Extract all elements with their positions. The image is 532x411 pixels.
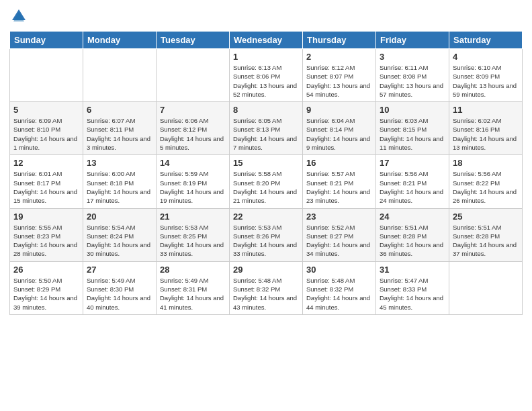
calendar-cell: 4Sunrise: 6:10 AMSunset: 8:09 PMDaylight… [449,49,523,102]
calendar-cell: 31Sunrise: 5:47 AMSunset: 8:33 PMDayligh… [376,261,449,314]
day-number: 21 [160,212,226,222]
calendar-cell: 11Sunrise: 6:02 AMSunset: 8:16 PMDayligh… [449,102,523,155]
day-header-friday: Friday [376,32,449,49]
calendar: SundayMondayTuesdayWednesdayThursdayFrid… [9,31,523,315]
calendar-cell: 25Sunrise: 5:51 AMSunset: 8:28 PMDayligh… [449,208,523,261]
day-info: Sunrise: 6:04 AMSunset: 8:14 PMDaylight:… [306,116,372,152]
day-info: Sunrise: 5:53 AMSunset: 8:26 PMDaylight:… [233,223,299,259]
calendar-cell: 27Sunrise: 5:49 AMSunset: 8:30 PMDayligh… [83,261,157,314]
day-header-sunday: Sunday [10,32,83,49]
day-number: 24 [380,212,445,222]
day-number: 10 [380,105,445,115]
calendar-cell: 30Sunrise: 5:48 AMSunset: 8:32 PMDayligh… [303,261,376,314]
day-info: Sunrise: 6:02 AMSunset: 8:16 PMDaylight:… [453,116,519,152]
day-number: 25 [453,212,519,222]
week-row-5: 26Sunrise: 5:50 AMSunset: 8:29 PMDayligh… [10,261,523,314]
day-info: Sunrise: 6:12 AMSunset: 8:07 PMDaylight:… [306,63,372,99]
days-header-row: SundayMondayTuesdayWednesdayThursdayFrid… [10,32,523,49]
day-info: Sunrise: 5:49 AMSunset: 8:30 PMDaylight:… [87,276,152,312]
calendar-cell: 21Sunrise: 5:53 AMSunset: 8:25 PMDayligh… [157,208,230,261]
day-info: Sunrise: 5:53 AMSunset: 8:25 PMDaylight:… [160,223,226,259]
calendar-cell: 3Sunrise: 6:11 AMSunset: 8:08 PMDaylight… [376,49,449,102]
logo-icon [9,7,28,26]
day-info: Sunrise: 6:00 AMSunset: 8:18 PMDaylight:… [87,169,152,205]
calendar-cell: 22Sunrise: 5:53 AMSunset: 8:26 PMDayligh… [230,208,303,261]
day-header-saturday: Saturday [449,32,523,49]
day-header-wednesday: Wednesday [230,32,303,49]
calendar-cell: 26Sunrise: 5:50 AMSunset: 8:29 PMDayligh… [10,261,83,314]
day-number: 31 [380,265,445,275]
day-info: Sunrise: 6:06 AMSunset: 8:12 PMDaylight:… [160,116,226,152]
day-info: Sunrise: 6:10 AMSunset: 8:09 PMDaylight:… [453,63,519,99]
day-number: 30 [306,265,372,275]
day-header-monday: Monday [83,32,157,49]
week-row-2: 5Sunrise: 6:09 AMSunset: 8:10 PMDaylight… [10,102,523,155]
day-info: Sunrise: 5:54 AMSunset: 8:24 PMDaylight:… [87,223,152,259]
day-info: Sunrise: 6:05 AMSunset: 8:13 PMDaylight:… [233,116,299,152]
day-info: Sunrise: 6:11 AMSunset: 8:08 PMDaylight:… [380,63,445,99]
day-number: 1 [233,52,299,62]
day-number: 5 [13,105,79,115]
calendar-cell: 18Sunrise: 5:56 AMSunset: 8:22 PMDayligh… [449,155,523,208]
day-number: 11 [453,105,519,115]
day-number: 20 [87,212,152,222]
day-number: 17 [380,158,445,168]
week-row-3: 12Sunrise: 6:01 AMSunset: 8:17 PMDayligh… [10,155,523,208]
day-info: Sunrise: 5:48 AMSunset: 8:32 PMDaylight:… [306,276,372,312]
calendar-cell: 20Sunrise: 5:54 AMSunset: 8:24 PMDayligh… [83,208,157,261]
day-info: Sunrise: 5:48 AMSunset: 8:32 PMDaylight:… [233,276,299,312]
day-number: 28 [160,265,226,275]
day-info: Sunrise: 6:03 AMSunset: 8:15 PMDaylight:… [380,116,445,152]
day-info: Sunrise: 6:09 AMSunset: 8:10 PMDaylight:… [13,116,79,152]
day-number: 29 [233,265,299,275]
day-info: Sunrise: 5:49 AMSunset: 8:31 PMDaylight:… [160,276,226,312]
day-number: 3 [380,52,445,62]
calendar-cell: 24Sunrise: 5:51 AMSunset: 8:28 PMDayligh… [376,208,449,261]
day-info: Sunrise: 5:58 AMSunset: 8:20 PMDaylight:… [233,169,299,205]
header [9,7,523,26]
day-info: Sunrise: 5:51 AMSunset: 8:28 PMDaylight:… [453,223,519,259]
calendar-cell: 29Sunrise: 5:48 AMSunset: 8:32 PMDayligh… [230,261,303,314]
calendar-cell: 7Sunrise: 6:06 AMSunset: 8:12 PMDaylight… [157,102,230,155]
calendar-cell [83,49,157,102]
day-number: 6 [87,105,152,115]
day-info: Sunrise: 6:13 AMSunset: 8:06 PMDaylight:… [233,63,299,99]
day-info: Sunrise: 5:50 AMSunset: 8:29 PMDaylight:… [13,276,79,312]
calendar-cell: 15Sunrise: 5:58 AMSunset: 8:20 PMDayligh… [230,155,303,208]
day-number: 2 [306,52,372,62]
calendar-cell: 2Sunrise: 6:12 AMSunset: 8:07 PMDaylight… [303,49,376,102]
day-info: Sunrise: 5:55 AMSunset: 8:23 PMDaylight:… [13,223,79,259]
day-header-thursday: Thursday [303,32,376,49]
day-info: Sunrise: 5:56 AMSunset: 8:21 PMDaylight:… [380,169,445,205]
day-number: 4 [453,52,519,62]
day-number: 15 [233,158,299,168]
calendar-cell [10,49,83,102]
day-number: 7 [160,105,226,115]
day-number: 8 [233,105,299,115]
day-number: 23 [306,212,372,222]
calendar-cell: 17Sunrise: 5:56 AMSunset: 8:21 PMDayligh… [376,155,449,208]
calendar-cell: 13Sunrise: 6:00 AMSunset: 8:18 PMDayligh… [83,155,157,208]
calendar-cell: 6Sunrise: 6:07 AMSunset: 8:11 PMDaylight… [83,102,157,155]
day-number: 26 [13,265,79,275]
day-number: 19 [13,212,79,222]
page: SundayMondayTuesdayWednesdayThursdayFrid… [0,0,532,411]
day-number: 18 [453,158,519,168]
week-row-1: 1Sunrise: 6:13 AMSunset: 8:06 PMDaylight… [10,49,523,102]
day-info: Sunrise: 5:47 AMSunset: 8:33 PMDaylight:… [380,276,445,312]
day-number: 13 [87,158,152,168]
calendar-cell: 23Sunrise: 5:52 AMSunset: 8:27 PMDayligh… [303,208,376,261]
day-number: 27 [87,265,152,275]
calendar-cell [449,261,523,314]
day-info: Sunrise: 6:01 AMSunset: 8:17 PMDaylight:… [13,169,79,205]
calendar-cell: 28Sunrise: 5:49 AMSunset: 8:31 PMDayligh… [157,261,230,314]
day-number: 14 [160,158,226,168]
day-number: 22 [233,212,299,222]
calendar-cell: 10Sunrise: 6:03 AMSunset: 8:15 PMDayligh… [376,102,449,155]
logo [9,7,31,26]
calendar-cell [157,49,230,102]
day-header-tuesday: Tuesday [157,32,230,49]
calendar-cell: 14Sunrise: 5:59 AMSunset: 8:19 PMDayligh… [157,155,230,208]
day-number: 9 [306,105,372,115]
day-info: Sunrise: 5:51 AMSunset: 8:28 PMDaylight:… [380,223,445,259]
